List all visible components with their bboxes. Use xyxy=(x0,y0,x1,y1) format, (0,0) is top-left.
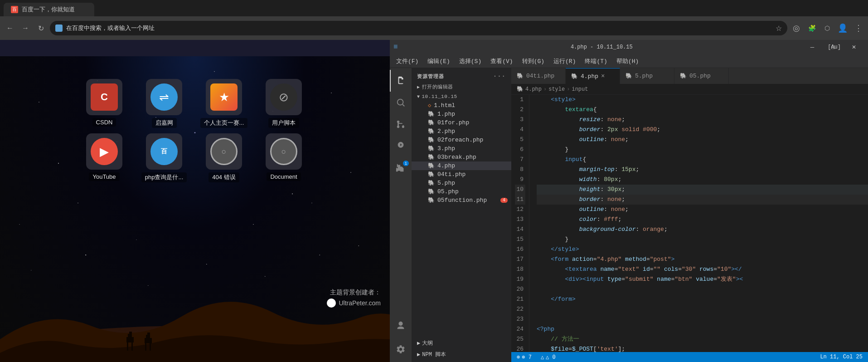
desert-landscape xyxy=(0,271,390,362)
back-button[interactable]: ← xyxy=(4,22,16,34)
ln-17: 17 xyxy=(515,254,525,264)
file-01for[interactable]: 🐘 01for.php xyxy=(412,118,511,127)
ln-13: 13 xyxy=(515,215,525,225)
shortcut-404[interactable]: ○ 404 错误 xyxy=(197,133,251,182)
code-line-26: $file=$_POST['text']; xyxy=(537,344,868,352)
user-avatar[interactable]: 👤 xyxy=(836,22,849,34)
puzzle-icon[interactable]: ⬡ xyxy=(821,22,834,34)
file-05php[interactable]: 🐘 05.php xyxy=(412,187,511,196)
file-4php-name: 4.php xyxy=(437,162,508,169)
shortcut-phpquery[interactable]: 百 php查询是什... xyxy=(137,133,191,182)
breadcrumb-sep2: › xyxy=(567,86,570,93)
file-1html[interactable]: ◇ 1.html xyxy=(412,101,511,110)
ln-24: 24 xyxy=(515,324,525,334)
code-content[interactable]: <style> textarea{ resize: none; border: … xyxy=(529,95,868,352)
forward-button[interactable]: → xyxy=(19,22,32,34)
address-bar[interactable]: 在百度中搜索，或者输入一个网址 ☆ xyxy=(50,21,787,35)
main-area: C CSDN ⇌ 启嘉网 ★ 个人主页一赛... xyxy=(0,40,868,362)
new-file-icon[interactable]: ··· xyxy=(493,73,506,80)
tab-04ti[interactable]: 🐘 04ti.php xyxy=(511,68,566,84)
menu-dots[interactable]: ⋮ xyxy=(852,22,864,34)
ln-25: 25 xyxy=(515,334,525,344)
close-button[interactable]: ✕ xyxy=(844,40,864,54)
tab-4php[interactable]: 🐘 4.php × xyxy=(566,68,620,84)
desert-svg xyxy=(0,271,390,362)
file-1html-name: 1.html xyxy=(434,102,508,109)
explorer-icon[interactable] xyxy=(390,70,412,92)
breadcrumb-input[interactable]: input xyxy=(572,86,588,93)
file-05function[interactable]: 🐘 05function.php 4 xyxy=(412,196,511,205)
file-02foreach[interactable]: 🐘 02foreach.php xyxy=(412,136,511,144)
address-text: 在百度中搜索，或者输入一个网址 xyxy=(66,24,772,32)
shortcut-profile[interactable]: ★ 个人主页一赛... xyxy=(197,79,251,128)
npm-scripts-section[interactable]: ▶ NPM 脚本 xyxy=(412,349,511,360)
shortcut-userscript[interactable]: ⊘ 用户脚本 xyxy=(257,79,311,128)
code-line-22 xyxy=(537,304,868,314)
vscode-body: 1 资源管理器 ··· xyxy=(390,68,868,362)
shortcut-csdn[interactable]: C CSDN xyxy=(77,79,131,128)
browser-tab-active[interactable]: 百 百度一下，你就知道 xyxy=(4,3,94,16)
star-badge-icon: ★ xyxy=(210,83,238,111)
file-1php[interactable]: 🐘 1.php xyxy=(412,110,511,118)
debug-icon[interactable] xyxy=(390,135,412,157)
menu-goto[interactable]: 转到(G) xyxy=(518,55,549,67)
tab-4php-icon: 🐘 xyxy=(571,73,578,80)
status-warnings[interactable]: △ △ 0 xyxy=(539,354,558,361)
tab-05php[interactable]: 🐘 05.php xyxy=(674,68,729,84)
file-4php[interactable]: 🐘 4.php xyxy=(412,161,511,170)
status-errors[interactable]: ⊗ ⊗ 7 xyxy=(515,354,533,361)
vscode: ≡ 4.php - 10.11_10.15 ─ □ ✕ [Au] 文件(F) 编… xyxy=(390,40,868,362)
settings-icon[interactable] xyxy=(390,338,412,360)
file-3php[interactable]: 🐘 3.php xyxy=(412,144,511,153)
extension-icon[interactable]: 🧩 xyxy=(805,22,818,34)
file-05function-name: 05function.php xyxy=(437,197,498,204)
code-line-19: <div><input type="submit" name="btn" val… xyxy=(537,274,868,284)
file-2php[interactable]: 🐘 2.php xyxy=(412,127,511,136)
menu-file[interactable]: 文件(F) xyxy=(392,55,423,67)
account-icon[interactable] xyxy=(390,315,412,337)
menu-help[interactable]: 帮助(H) xyxy=(612,55,643,67)
menu-edit[interactable]: 编辑(E) xyxy=(423,55,454,67)
extensions-icon[interactable]: 1 xyxy=(390,157,412,179)
code-line-25: // 方法一 xyxy=(537,334,868,344)
file-04ti[interactable]: 🐘 04ti.php xyxy=(412,170,511,179)
shortcut-csdn-icon-wrap: C xyxy=(86,79,122,115)
tab-4php-close[interactable]: × xyxy=(601,73,605,80)
shortcut-qijia-icon-wrap: ⇌ xyxy=(146,79,182,115)
outline-section[interactable]: ▶ 大纲 xyxy=(412,338,511,349)
ln-12: 12 xyxy=(515,205,525,215)
opened-editors-section[interactable]: ▶ 打开的编辑器 xyxy=(412,82,511,92)
breadcrumb: 🐘 4.php › style › input xyxy=(511,84,868,95)
menu-select[interactable]: 选择(S) xyxy=(455,55,486,67)
menu-terminal[interactable]: 终端(T) xyxy=(580,55,611,67)
menu-run[interactable]: 运行(R) xyxy=(549,55,580,67)
browser-nav-bar: ← → ↻ 在百度中搜索，或者输入一个网址 ☆ ◎ 🧩 ⬡ 👤 ⋮ xyxy=(0,16,868,40)
activity-bar: 1 xyxy=(390,68,412,362)
status-line-col[interactable]: Ln 11, Col 25 xyxy=(818,354,864,360)
refresh-button[interactable]: ↻ xyxy=(34,22,47,34)
status-bar: ⊗ ⊗ 7 △ △ 0 Ln 11, Col 25 xyxy=(511,352,868,362)
php-file-icon-9: 🐘 xyxy=(428,180,435,186)
profile-icon[interactable]: ◎ xyxy=(790,22,803,34)
breadcrumb-style[interactable]: style xyxy=(548,86,565,93)
code-line-20 xyxy=(537,284,868,294)
shortcut-document[interactable]: ○ Document xyxy=(257,133,311,182)
source-control-icon[interactable] xyxy=(390,113,412,135)
shortcut-youtube[interactable]: ▶ YouTube xyxy=(77,133,131,182)
shortcut-qijia[interactable]: ⇌ 启嘉网 xyxy=(137,79,191,128)
tab-5php[interactable]: 🐘 5.php xyxy=(620,68,674,84)
tab-4php-label: 4.php xyxy=(581,73,598,80)
php-file-icon-3: 🐘 xyxy=(428,128,435,135)
star-icon[interactable]: ☆ xyxy=(776,24,782,33)
php-file-icon-6: 🐘 xyxy=(428,154,435,161)
minimize-button[interactable]: ─ xyxy=(802,40,823,54)
breadcrumb-file[interactable]: 4.php xyxy=(525,86,542,93)
file-5php[interactable]: 🐘 5.php xyxy=(412,179,511,187)
ln-23: 23 xyxy=(515,314,525,324)
file-03break[interactable]: 🐘 03break.php xyxy=(412,153,511,161)
folder-section[interactable]: ▼ 10.11_10.15 xyxy=(412,92,511,101)
search-icon[interactable] xyxy=(390,92,412,113)
ln-8: 8 xyxy=(515,165,525,175)
file-5php-name: 5.php xyxy=(437,180,508,186)
menu-view[interactable]: 查看(V) xyxy=(486,55,517,67)
